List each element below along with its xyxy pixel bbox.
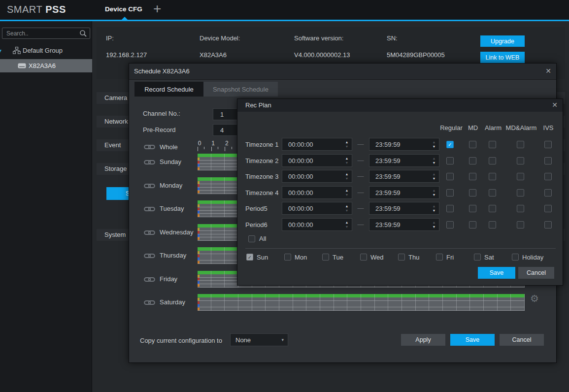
schedule-cancel-button[interactable]: Cancel [500,334,544,346]
day-checkbox-mon[interactable] [284,254,291,261]
link-to-web-button[interactable]: Link to WEB [480,52,525,63]
start-time-input[interactable]: 00:00:00▲▼ [282,154,352,167]
record-type-tick [198,275,200,277]
period-checkbox-ivs[interactable] [544,157,552,164]
day-checkbox-holiday[interactable] [512,254,519,261]
tab-device-cfg[interactable]: Device CFG [105,5,142,13]
period-checkbox-md-alarm[interactable] [517,205,524,212]
search-box[interactable] [2,28,90,39]
all-checkbox[interactable] [248,235,255,242]
time-spinner[interactable]: ▲▼ [344,204,349,213]
day-checkbox-sat[interactable] [474,254,481,261]
period-checkbox-alarm[interactable] [489,157,496,164]
day-checkbox-sun[interactable]: ✓ [246,254,253,261]
link-icon[interactable] [144,206,155,214]
day-checkbox-wed[interactable] [360,254,367,261]
end-time-input[interactable]: 23:59:59▲▼ [369,170,439,183]
period-checkbox-regular[interactable]: ✓ [446,141,454,148]
range-dash: — [356,221,365,228]
time-spinner[interactable]: ▲▼ [344,220,349,229]
period-checkbox-md[interactable] [469,157,476,164]
rec-plan-cancel-button[interactable]: Cancel [518,267,554,279]
period-checkbox-md[interactable] [469,173,476,180]
top-bar: SMART PSS Device CFG + [0,0,569,20]
link-icon[interactable] [144,183,155,191]
period-checkbox-md-alarm[interactable] [517,173,524,180]
tree-expand-caret-icon[interactable]: ▾ [0,47,1,54]
period-checkbox-md[interactable] [469,189,476,196]
tab-record-schedule[interactable]: Record Schedule [134,82,203,97]
schedule-save-button[interactable]: Save [450,334,495,346]
period-checkbox-alarm[interactable] [489,221,496,229]
period-checkbox-ivs[interactable] [544,189,552,196]
end-time-input[interactable]: 23:59:59▲▼ [369,218,439,231]
start-time-input[interactable]: 00:00:00▲▼ [282,218,352,231]
period-checkbox-regular[interactable] [446,173,454,180]
time-spinner[interactable]: ▲▼ [432,220,436,229]
time-spinner[interactable]: ▲▼ [344,140,349,149]
ruler-hour-label: 0 [198,140,201,147]
link-icon[interactable] [144,253,155,261]
period-checkbox-md-alarm[interactable] [517,221,524,229]
end-time-value: 23:59:59 [375,221,401,229]
start-time-input[interactable]: 00:00:00▲▼ [282,170,352,183]
start-time-input[interactable]: 00:00:00▲▼ [282,186,352,199]
period-checkbox-md[interactable] [469,221,476,229]
time-spinner[interactable]: ▲▼ [432,188,436,197]
period-checkbox-alarm[interactable] [489,189,496,196]
end-time-input[interactable]: 23:59:59▲▼ [369,154,439,167]
period-checkbox-md-alarm[interactable] [517,141,524,148]
day-checkbox-thu[interactable] [398,254,405,261]
apply-button[interactable]: Apply [401,334,445,346]
day-checkbox-tue[interactable] [322,254,329,261]
time-spinner[interactable]: ▲▼ [432,140,436,149]
time-spinner[interactable]: ▲▼ [344,172,349,181]
period-checkbox-regular[interactable] [446,221,454,229]
start-time-input[interactable]: 00:00:00▲▼ [282,138,352,151]
period-checkbox-md[interactable] [469,141,476,148]
period-checkbox-ivs[interactable] [544,173,552,180]
rec-plan-save-button[interactable]: Save [478,267,515,279]
search-icon[interactable] [79,30,87,37]
link-icon[interactable] [144,144,155,152]
end-time-input[interactable]: 23:59:59▲▼ [369,202,439,215]
period-checkbox-ivs[interactable] [544,141,552,148]
range-dash: — [356,204,365,212]
period-checkbox-ivs[interactable] [544,205,552,212]
time-spinner[interactable]: ▲▼ [344,188,349,197]
period-checkbox-regular[interactable] [446,205,454,212]
close-icon[interactable]: ✕ [552,101,558,109]
period-checkbox-regular[interactable] [446,157,454,164]
end-time-input[interactable]: 23:59:59▲▼ [369,186,439,199]
upgrade-button[interactable]: Upgrade [480,35,525,47]
period-checkbox-alarm[interactable] [489,205,496,212]
add-tab-button[interactable]: + [153,1,161,17]
tree-item-device-selected[interactable]: X82A3A6 [0,59,92,72]
time-spinner[interactable]: ▲▼ [432,204,436,213]
link-icon[interactable] [144,229,155,237]
day-check-label: Tue [333,254,343,261]
timeline-bar-saturday[interactable] [198,294,525,311]
link-icon[interactable] [144,276,155,284]
start-time-input[interactable]: 00:00:00▲▼ [282,202,352,215]
tree-item-default-group[interactable]: Default Group [23,47,63,54]
end-time-input[interactable]: 23:59:59▲▼ [369,138,439,151]
search-input[interactable] [2,28,77,38]
tab-snapshot-schedule[interactable]: Snapshot Schedule [203,82,278,97]
period-checkbox-alarm[interactable] [489,173,496,180]
time-spinner[interactable]: ▲▼ [432,156,436,165]
time-spinner[interactable]: ▲▼ [344,156,349,165]
link-icon[interactable] [144,159,155,167]
gear-icon[interactable]: ⚙ [530,293,539,304]
period-checkbox-md[interactable] [469,205,476,212]
close-icon[interactable]: ✕ [545,67,551,75]
copy-config-dropdown[interactable]: None▾ [230,333,288,346]
period-checkbox-md-alarm[interactable] [517,157,524,164]
period-checkbox-md-alarm[interactable] [517,189,524,196]
day-checkbox-fri[interactable] [436,254,443,261]
period-checkbox-alarm[interactable] [489,141,496,148]
period-checkbox-regular[interactable] [446,189,454,196]
time-spinner[interactable]: ▲▼ [432,172,436,181]
link-icon[interactable] [144,299,155,307]
period-checkbox-ivs[interactable] [544,221,552,229]
